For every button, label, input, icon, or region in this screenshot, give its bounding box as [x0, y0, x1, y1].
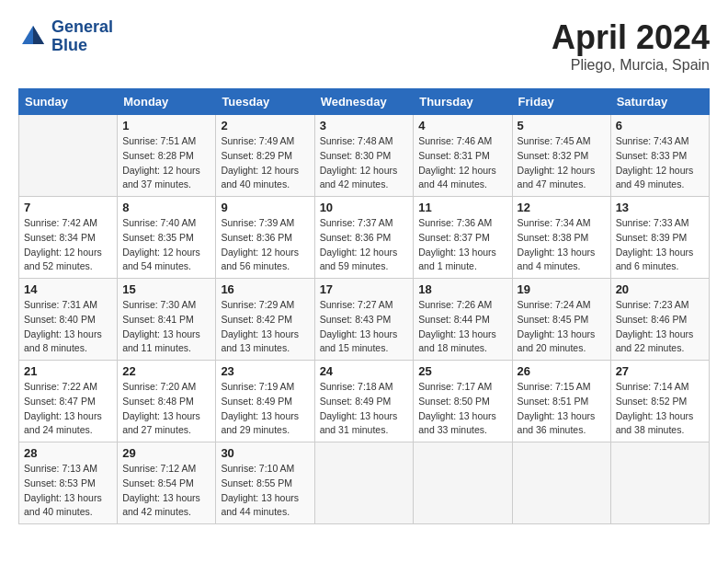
- calendar-cell: 17Sunrise: 7:27 AMSunset: 8:43 PMDayligh…: [314, 279, 414, 361]
- calendar-cell: [314, 442, 414, 524]
- day-info: Sunrise: 7:13 AMSunset: 8:53 PMDaylight:…: [24, 462, 112, 520]
- calendar-cell: 11Sunrise: 7:36 AMSunset: 8:37 PMDayligh…: [414, 197, 512, 279]
- calendar-cell: [512, 442, 610, 524]
- header-row: SundayMondayTuesdayWednesdayThursdayFrid…: [19, 89, 710, 115]
- day-info: Sunrise: 7:49 AMSunset: 8:29 PMDaylight:…: [221, 134, 309, 192]
- day-number: 27: [616, 364, 704, 378]
- day-number: 28: [24, 446, 112, 460]
- day-header: Friday: [512, 89, 610, 115]
- day-number: 24: [320, 364, 409, 378]
- calendar-cell: 3Sunrise: 7:48 AMSunset: 8:30 PMDaylight…: [314, 115, 414, 197]
- day-number: 26: [518, 364, 606, 378]
- calendar-cell: 23Sunrise: 7:19 AMSunset: 8:49 PMDayligh…: [216, 361, 314, 442]
- day-number: 18: [418, 282, 506, 296]
- day-info: Sunrise: 7:29 AMSunset: 8:42 PMDaylight:…: [221, 298, 309, 356]
- day-info: Sunrise: 7:34 AMSunset: 8:38 PMDaylight:…: [518, 216, 606, 274]
- day-number: 15: [122, 282, 210, 296]
- day-info: Sunrise: 7:22 AMSunset: 8:47 PMDaylight:…: [24, 380, 112, 438]
- calendar-cell: 21Sunrise: 7:22 AMSunset: 8:47 PMDayligh…: [19, 361, 118, 442]
- calendar-cell: 27Sunrise: 7:14 AMSunset: 8:52 PMDayligh…: [610, 361, 709, 442]
- day-info: Sunrise: 7:36 AMSunset: 8:37 PMDaylight:…: [418, 216, 506, 274]
- calendar-cell: [19, 115, 118, 197]
- day-number: 2: [221, 119, 309, 132]
- day-info: Sunrise: 7:23 AMSunset: 8:46 PMDaylight:…: [616, 298, 704, 356]
- svg-marker-1: [33, 26, 44, 44]
- day-number: 11: [418, 201, 506, 214]
- day-header: Thursday: [414, 89, 512, 115]
- day-info: Sunrise: 7:45 AMSunset: 8:32 PMDaylight:…: [518, 134, 606, 192]
- day-header: Saturday: [610, 89, 709, 115]
- day-number: 23: [221, 364, 309, 378]
- calendar-week-row: 14Sunrise: 7:31 AMSunset: 8:40 PMDayligh…: [19, 279, 710, 361]
- day-info: Sunrise: 7:48 AMSunset: 8:30 PMDaylight:…: [320, 134, 409, 192]
- calendar-cell: [414, 442, 512, 524]
- calendar-cell: 4Sunrise: 7:46 AMSunset: 8:31 PMDaylight…: [414, 115, 512, 197]
- calendar-cell: 6Sunrise: 7:43 AMSunset: 8:33 PMDaylight…: [610, 115, 709, 197]
- day-info: Sunrise: 7:43 AMSunset: 8:33 PMDaylight:…: [616, 134, 704, 192]
- day-number: 9: [221, 201, 309, 214]
- day-number: 25: [418, 364, 506, 378]
- calendar-cell: 5Sunrise: 7:45 AMSunset: 8:32 PMDaylight…: [512, 115, 610, 197]
- day-number: 6: [616, 119, 704, 132]
- day-number: 14: [24, 282, 112, 296]
- day-info: Sunrise: 7:33 AMSunset: 8:39 PMDaylight:…: [616, 216, 704, 274]
- calendar-cell: 8Sunrise: 7:40 AMSunset: 8:35 PMDaylight…: [118, 197, 216, 279]
- day-number: 13: [616, 201, 704, 214]
- day-number: 8: [122, 201, 210, 214]
- day-number: 20: [616, 282, 704, 296]
- calendar-cell: 29Sunrise: 7:12 AMSunset: 8:54 PMDayligh…: [118, 442, 216, 524]
- calendar-cell: 22Sunrise: 7:20 AMSunset: 8:48 PMDayligh…: [118, 361, 216, 442]
- calendar-cell: 2Sunrise: 7:49 AMSunset: 8:29 PMDaylight…: [216, 115, 314, 197]
- day-number: 16: [221, 282, 309, 296]
- day-info: Sunrise: 7:24 AMSunset: 8:45 PMDaylight:…: [518, 298, 606, 356]
- day-info: Sunrise: 7:30 AMSunset: 8:41 PMDaylight:…: [122, 298, 210, 356]
- day-info: Sunrise: 7:40 AMSunset: 8:35 PMDaylight:…: [122, 216, 210, 274]
- day-number: 1: [122, 119, 210, 132]
- day-info: Sunrise: 7:15 AMSunset: 8:51 PMDaylight:…: [518, 380, 606, 438]
- logo-text: General Blue: [51, 18, 113, 55]
- day-info: Sunrise: 7:14 AMSunset: 8:52 PMDaylight:…: [616, 380, 704, 438]
- day-number: 17: [320, 282, 409, 296]
- calendar-cell: 24Sunrise: 7:18 AMSunset: 8:49 PMDayligh…: [314, 361, 414, 442]
- day-header: Sunday: [19, 89, 118, 115]
- day-number: 30: [221, 446, 309, 460]
- calendar-cell: 12Sunrise: 7:34 AMSunset: 8:38 PMDayligh…: [512, 197, 610, 279]
- calendar-cell: 20Sunrise: 7:23 AMSunset: 8:46 PMDayligh…: [610, 279, 709, 361]
- calendar-cell: 7Sunrise: 7:42 AMSunset: 8:34 PMDaylight…: [19, 197, 118, 279]
- day-info: Sunrise: 7:10 AMSunset: 8:55 PMDaylight:…: [221, 462, 309, 520]
- location: Pliego, Murcia, Spain: [552, 57, 710, 74]
- day-number: 5: [518, 119, 606, 132]
- day-info: Sunrise: 7:20 AMSunset: 8:48 PMDaylight:…: [122, 380, 210, 438]
- calendar-cell: [610, 442, 709, 524]
- calendar-cell: 19Sunrise: 7:24 AMSunset: 8:45 PMDayligh…: [512, 279, 610, 361]
- calendar-cell: 18Sunrise: 7:26 AMSunset: 8:44 PMDayligh…: [414, 279, 512, 361]
- day-number: 29: [122, 446, 210, 460]
- day-info: Sunrise: 7:18 AMSunset: 8:49 PMDaylight:…: [320, 380, 409, 438]
- calendar-cell: 26Sunrise: 7:15 AMSunset: 8:51 PMDayligh…: [512, 361, 610, 442]
- day-info: Sunrise: 7:17 AMSunset: 8:50 PMDaylight:…: [418, 380, 506, 438]
- day-info: Sunrise: 7:31 AMSunset: 8:40 PMDaylight:…: [24, 298, 112, 356]
- calendar-cell: 25Sunrise: 7:17 AMSunset: 8:50 PMDayligh…: [414, 361, 512, 442]
- day-header: Monday: [118, 89, 216, 115]
- calendar-week-row: 21Sunrise: 7:22 AMSunset: 8:47 PMDayligh…: [19, 361, 710, 442]
- day-info: Sunrise: 7:39 AMSunset: 8:36 PMDaylight:…: [221, 216, 309, 274]
- day-info: Sunrise: 7:27 AMSunset: 8:43 PMDaylight:…: [320, 298, 409, 356]
- day-info: Sunrise: 7:26 AMSunset: 8:44 PMDaylight:…: [418, 298, 506, 356]
- day-number: 21: [24, 364, 112, 378]
- calendar-week-row: 28Sunrise: 7:13 AMSunset: 8:53 PMDayligh…: [19, 442, 710, 524]
- calendar-cell: 15Sunrise: 7:30 AMSunset: 8:41 PMDayligh…: [118, 279, 216, 361]
- day-info: Sunrise: 7:12 AMSunset: 8:54 PMDaylight:…: [122, 462, 210, 520]
- calendar-cell: 28Sunrise: 7:13 AMSunset: 8:53 PMDayligh…: [19, 442, 118, 524]
- page-header: General Blue April 2024 Pliego, Murcia, …: [18, 18, 710, 74]
- day-number: 4: [418, 119, 506, 132]
- day-info: Sunrise: 7:42 AMSunset: 8:34 PMDaylight:…: [24, 216, 112, 274]
- calendar-cell: 9Sunrise: 7:39 AMSunset: 8:36 PMDaylight…: [216, 197, 314, 279]
- day-number: 10: [320, 201, 409, 214]
- calendar-cell: 13Sunrise: 7:33 AMSunset: 8:39 PMDayligh…: [610, 197, 709, 279]
- day-number: 3: [320, 119, 409, 132]
- calendar-week-row: 1Sunrise: 7:51 AMSunset: 8:28 PMDaylight…: [19, 115, 710, 197]
- calendar-cell: 10Sunrise: 7:37 AMSunset: 8:36 PMDayligh…: [314, 197, 414, 279]
- day-info: Sunrise: 7:46 AMSunset: 8:31 PMDaylight:…: [418, 134, 506, 192]
- day-info: Sunrise: 7:51 AMSunset: 8:28 PMDaylight:…: [122, 134, 210, 192]
- calendar-cell: 30Sunrise: 7:10 AMSunset: 8:55 PMDayligh…: [216, 442, 314, 524]
